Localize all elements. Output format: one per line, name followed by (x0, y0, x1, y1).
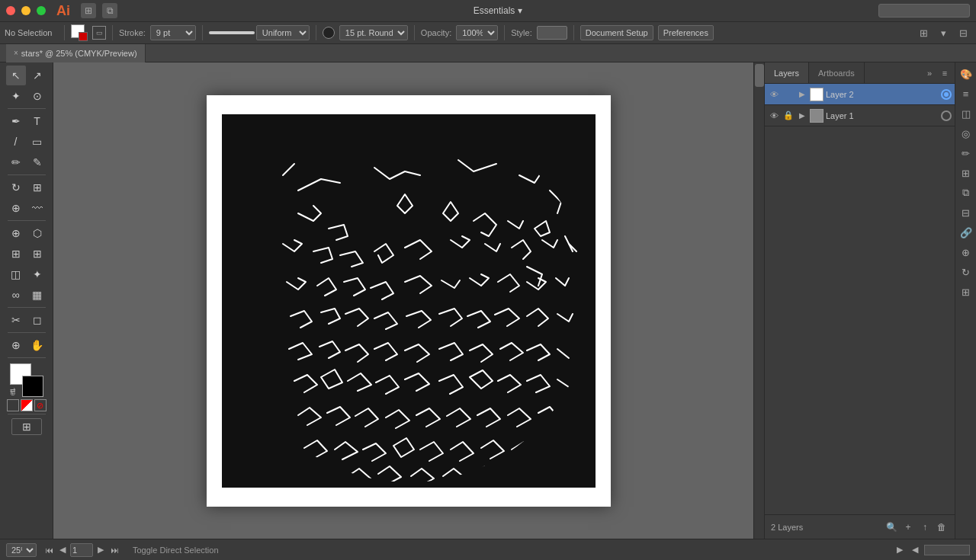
zoom-select[interactable]: 25% (6, 543, 37, 557)
status-back-icon[interactable]: ◀ (912, 545, 918, 555)
document-tab[interactable]: × stars* @ 25% (CMYK/Preview) (6, 44, 146, 62)
tool-separator-1 (8, 108, 46, 109)
magic-wand-tool[interactable]: ✦ (6, 86, 26, 106)
panel-toggle-icon[interactable]: ⊟ (955, 24, 971, 41)
direct-selection-tool[interactable]: ↗ (27, 66, 47, 85)
blend-tool[interactable]: ∞ (6, 285, 26, 305)
hand-tool[interactable]: ✋ (27, 335, 47, 355)
workspace-arrow-icon[interactable]: ▾ (935, 24, 952, 41)
layer-1-lock-icon[interactable]: 🔒 (782, 110, 795, 122)
stroke-type-select[interactable]: Uniform (256, 25, 310, 40)
shape-builder-tool[interactable]: ⊕ (6, 223, 26, 243)
lasso-tool[interactable]: ⊙ (27, 86, 47, 106)
mesh-tool[interactable]: ⊞ (27, 244, 47, 264)
gradient-icon[interactable] (21, 399, 33, 411)
fill-type-icon[interactable]: ▭ (92, 26, 106, 40)
symbol-panel-icon[interactable]: ⊞ (958, 165, 974, 181)
chart-tool[interactable]: ▦ (27, 285, 47, 305)
prev-page-icon[interactable]: ◀ (56, 544, 69, 556)
artboard-panel-icon[interactable]: ⊟ (958, 204, 974, 221)
scissors-tool[interactable]: ✂ (6, 310, 26, 330)
close-button[interactable] (6, 6, 15, 15)
status-arrow-icon[interactable]: ▶ (897, 545, 903, 555)
stroke-line-preview[interactable] (209, 31, 255, 34)
workspace-icons: ⊞ ▾ ⊟ (915, 24, 971, 41)
layer-2-expand-icon[interactable]: ▶ (797, 89, 807, 100)
layers-panel-icon[interactable]: ⧉ (958, 184, 974, 201)
document-setup-button[interactable]: Document Setup (580, 25, 653, 40)
essentials-button[interactable]: Essentials ▾ (474, 5, 523, 16)
eyedropper-tool[interactable]: ✦ (27, 264, 47, 284)
eraser-tool[interactable]: ◻ (27, 310, 47, 330)
background-color[interactable] (22, 376, 43, 397)
tool-row-2: ✦ ⊙ (0, 86, 53, 106)
color-swatches[interactable]: ⇄ ⊕ (10, 363, 43, 397)
page-number-input[interactable] (70, 543, 93, 557)
stroke-value-select[interactable]: 9 pt (150, 25, 196, 40)
first-page-icon[interactable]: ⏮ (43, 544, 55, 556)
brush-panel-icon[interactable]: ✏ (958, 145, 974, 162)
fill-icon[interactable] (7, 399, 19, 411)
layer-2-row[interactable]: 👁 ▶ Layer 2 (765, 84, 955, 105)
paintbrush-tool[interactable]: ✏ (6, 152, 26, 172)
stroke-cap-select[interactable]: 15 pt. Round (339, 25, 408, 40)
search-layers-icon[interactable]: 🔍 (884, 520, 898, 534)
selection-tool[interactable]: ↖ (6, 66, 26, 85)
tool-row-8: ⊕ ⬡ (0, 223, 53, 243)
layer-2-visibility-icon[interactable]: 👁 (768, 88, 780, 101)
move-to-layer-icon[interactable]: ↑ (918, 520, 932, 534)
search-input[interactable] (878, 4, 970, 18)
appearance-panel-icon[interactable]: ◎ (958, 125, 974, 142)
scrollbar-thumb[interactable] (755, 64, 764, 87)
layers-menu-icon[interactable]: ≡ (938, 66, 952, 80)
canvas-area[interactable] (53, 62, 764, 539)
artboards-tab[interactable]: Artboards (809, 62, 865, 83)
live-paint-tool[interactable]: ⬡ (27, 223, 47, 243)
style-swatch[interactable] (537, 26, 567, 40)
layers-tab[interactable]: Layers (765, 62, 809, 83)
fullscreen-button[interactable] (37, 6, 46, 15)
line-tool[interactable]: / (6, 132, 26, 152)
last-page-icon[interactable]: ⏭ (108, 544, 120, 556)
layer-1-target[interactable] (941, 110, 952, 121)
no-selection-label: No Selection (5, 28, 58, 37)
artboard-tool[interactable]: ⊞ (11, 418, 42, 435)
opacity-select[interactable]: 100% (456, 25, 498, 40)
rotate-tool[interactable]: ↻ (6, 178, 26, 197)
zoom-tool[interactable]: ⊕ (6, 335, 26, 355)
width-tool[interactable]: ⊕ (6, 198, 26, 218)
pen-tool[interactable]: ✒ (6, 111, 26, 131)
none-icon[interactable]: ⊘ (34, 399, 47, 411)
tab-close-icon[interactable]: × (14, 49, 18, 57)
default-colors-icon[interactable]: ⊕ (10, 389, 16, 397)
color-panel-icon[interactable]: 🎨 (958, 66, 974, 82)
vertical-scrollbar[interactable] (753, 62, 764, 539)
arrange-icon[interactable]: ⧉ (102, 3, 117, 18)
scale-tool[interactable]: ⊞ (27, 178, 47, 197)
mini-bridge-icon[interactable]: ⊞ (81, 3, 96, 18)
new-layer-icon[interactable]: + (901, 520, 915, 534)
gradient-tool[interactable]: ◫ (6, 264, 26, 284)
warp-tool[interactable]: 〰 (27, 198, 47, 218)
layer-1-row[interactable]: 👁 🔒 ▶ Layer 1 (765, 105, 955, 126)
pathfinder-icon[interactable]: ⊕ (958, 244, 974, 261)
transform-icon[interactable]: ↻ (958, 264, 974, 280)
layer-1-expand-icon[interactable]: ▶ (797, 110, 807, 121)
layer-2-target[interactable] (941, 89, 952, 100)
pencil-tool[interactable]: ✎ (27, 152, 47, 172)
rect-tool[interactable]: ▭ (27, 132, 47, 152)
align-icon[interactable]: ⊞ (958, 283, 974, 300)
expand-all-icon[interactable]: » (923, 66, 936, 80)
gradient-panel-icon[interactable]: ◫ (958, 105, 974, 122)
delete-layer-icon[interactable]: 🗑 (935, 520, 949, 534)
minimize-button[interactable] (21, 6, 30, 15)
stroke-color-swatch[interactable] (71, 24, 88, 41)
links-panel-icon[interactable]: 🔗 (958, 224, 974, 241)
workspace-icon[interactable]: ⊞ (915, 24, 932, 41)
layer-1-visibility-icon[interactable]: 👁 (768, 110, 780, 122)
next-page-icon[interactable]: ▶ (95, 544, 107, 556)
stroke-panel-icon[interactable]: ≡ (958, 85, 974, 102)
type-tool[interactable]: T (27, 111, 47, 131)
preferences-button[interactable]: Preferences (658, 25, 714, 40)
perspective-grid-tool[interactable]: ⊞ (6, 244, 26, 264)
